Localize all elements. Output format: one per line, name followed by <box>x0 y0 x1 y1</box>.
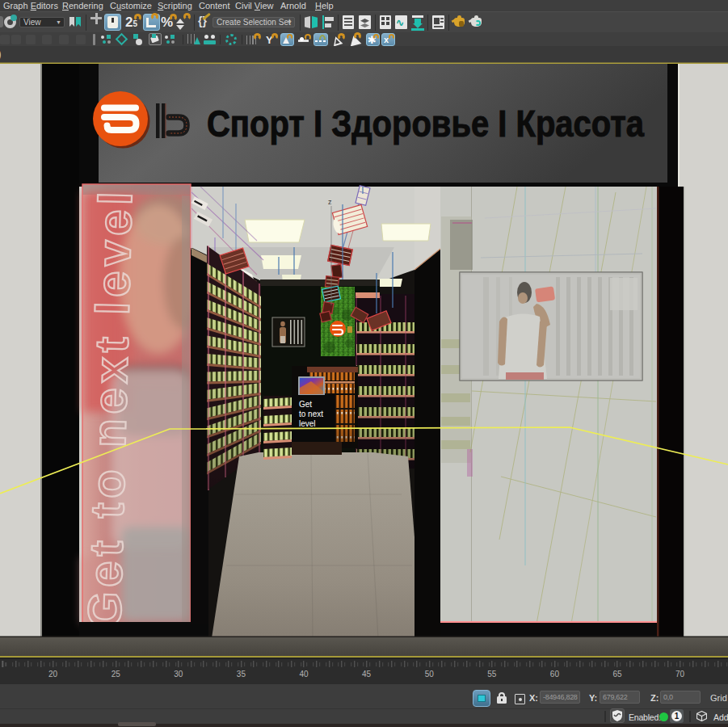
svg-text:Спорт I Здоровье I Красота: Спорт I Здоровье I Красота <box>207 103 644 145</box>
svg-text:Get: Get <box>299 400 312 409</box>
svg-text:to next: to next <box>299 410 323 418</box>
svg-text:z: z <box>328 198 332 206</box>
svg-text:level: level <box>299 419 316 428</box>
